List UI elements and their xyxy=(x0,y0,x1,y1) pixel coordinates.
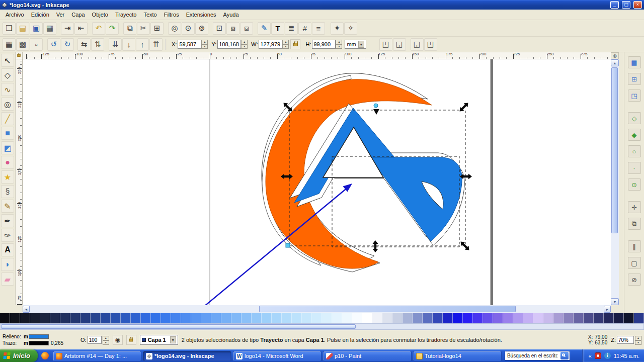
snap-grid-icon[interactable]: ⧉ xyxy=(628,218,641,230)
box3d-tool-icon[interactable]: ◩ xyxy=(1,141,14,154)
select-all-icon[interactable]: ▦ xyxy=(3,38,16,51)
palette-swatch[interactable] xyxy=(171,313,181,323)
palette-swatch[interactable] xyxy=(372,313,382,323)
redo-icon[interactable]: ↷ xyxy=(106,22,119,35)
palette-swatch[interactable] xyxy=(564,313,574,323)
cut-icon[interactable]: ✂ xyxy=(137,22,150,35)
lower-to-bottom-icon[interactable]: ⇊ xyxy=(109,38,122,51)
save-icon[interactable]: ▣ xyxy=(30,22,43,35)
document-properties-icon[interactable]: ✦ xyxy=(331,22,344,35)
palette-swatch[interactable] xyxy=(382,313,392,323)
opacity-spinner[interactable]: ▲▼ xyxy=(103,336,109,344)
zoom-page-icon[interactable]: ⊚ xyxy=(195,22,208,35)
palette-swatch[interactable] xyxy=(30,313,40,323)
palette-swatch[interactable] xyxy=(312,313,322,323)
palette-swatch[interactable] xyxy=(543,313,553,323)
lower-icon[interactable]: ↓ xyxy=(122,38,135,51)
layer-visibility-eye-icon[interactable]: ◉ xyxy=(113,335,123,345)
snap-nodes-icon[interactable]: ◇ xyxy=(628,112,641,124)
horizontal-ruler[interactable]: -125-100-75-50-2502550751001251501752002… xyxy=(23,52,611,59)
paint-bucket-tool-icon[interactable]: ◗ xyxy=(1,258,14,271)
layer-lock-button[interactable] xyxy=(126,335,136,345)
snap-guides-icon[interactable]: ∥ xyxy=(628,240,641,252)
x-input[interactable] xyxy=(178,40,201,49)
tray-antivirus-icon[interactable] xyxy=(595,352,601,359)
palette-swatch[interactable] xyxy=(473,313,483,323)
select-all-layers-icon[interactable]: ▩ xyxy=(16,38,29,51)
fill-stroke-indicator[interactable]: Relleno: m Trazo: m 0,265 xyxy=(3,333,77,346)
zoom-input[interactable] xyxy=(617,336,634,344)
palette-swatch[interactable] xyxy=(221,313,231,323)
palette-swatch[interactable] xyxy=(231,313,242,323)
rotate-cw-icon[interactable]: ↻ xyxy=(61,38,74,51)
palette-swatch[interactable] xyxy=(594,313,604,323)
spiral-tool-icon[interactable]: § xyxy=(1,185,14,198)
vertical-ruler[interactable]: 25022520017515012510075 xyxy=(16,59,23,305)
palette-swatch[interactable] xyxy=(272,313,282,323)
ruler-corner[interactable] xyxy=(16,52,23,59)
task-firefox[interactable]: Artstorm #14 — Day 1: ... xyxy=(53,351,141,361)
palette-swatch[interactable] xyxy=(252,313,262,323)
palette-swatch[interactable] xyxy=(10,313,20,323)
palette-swatch[interactable] xyxy=(352,313,362,323)
palette-swatch[interactable] xyxy=(141,313,151,323)
snap-bbox-edges-icon[interactable]: ⊞ xyxy=(628,73,641,85)
stroke-swatch[interactable] xyxy=(29,341,49,345)
zoom-corner-button[interactable]: ◎ xyxy=(611,52,619,59)
layers-dialog-icon[interactable]: ≣ xyxy=(285,22,298,35)
task-word[interactable]: W logo14 - Microsoft Word xyxy=(233,351,321,361)
node-tool-icon[interactable]: ◇ xyxy=(1,68,14,81)
export-icon[interactable]: ⇤ xyxy=(74,22,88,35)
palette-swatch[interactable] xyxy=(211,313,221,323)
palette-swatch[interactable] xyxy=(40,313,50,323)
unlink-clone-icon[interactable]: ⧈ xyxy=(240,22,253,35)
print-icon[interactable]: ▦ xyxy=(43,22,56,35)
palette-swatch[interactable] xyxy=(101,313,111,323)
palette-swatch[interactable] xyxy=(493,313,503,323)
affect-gradients-icon[interactable]: ◲ xyxy=(411,38,424,51)
palette-swatch[interactable] xyxy=(151,313,161,323)
palette-swatch[interactable] xyxy=(0,313,10,323)
search-input[interactable] xyxy=(507,353,557,358)
drawing[interactable] xyxy=(23,59,611,305)
selector-tool-icon[interactable]: ↖ xyxy=(1,54,14,67)
dropper-tool-icon[interactable]: ▰ xyxy=(1,273,14,286)
duplicate-icon[interactable]: ⊡ xyxy=(213,22,226,35)
snap-object-centers-icon[interactable]: ⊙ xyxy=(628,178,641,191)
menu-texto[interactable]: Texto xyxy=(140,10,160,19)
clone-icon[interactable]: ⧇ xyxy=(226,22,239,35)
palette-swatch[interactable] xyxy=(262,313,272,323)
palette-swatch[interactable] xyxy=(443,313,453,323)
palette-swatch[interactable] xyxy=(161,313,171,323)
affect-stroke-icon[interactable]: ◰ xyxy=(379,38,392,51)
desktop-search-box[interactable] xyxy=(505,351,570,360)
palette-swatch[interactable] xyxy=(403,313,413,323)
palette-swatch[interactable] xyxy=(70,313,80,323)
flip-horizontal-icon[interactable]: ⇆ xyxy=(77,38,91,51)
search-button[interactable] xyxy=(560,352,569,359)
raise-icon[interactable]: ↑ xyxy=(136,38,149,51)
zoom-drawing-icon[interactable]: ⊙ xyxy=(182,22,195,35)
menu-extensiones[interactable]: Extensiones xyxy=(183,10,220,19)
w-spinner[interactable]: ▲▼ xyxy=(282,40,289,49)
fill-swatch[interactable] xyxy=(29,334,49,339)
palette-swatch[interactable] xyxy=(604,313,614,323)
palette-swatch[interactable] xyxy=(292,313,302,323)
palette-swatch[interactable] xyxy=(181,313,191,323)
palette-swatch[interactable] xyxy=(634,313,644,323)
palette-swatch[interactable] xyxy=(121,313,131,323)
align-dialog-icon[interactable]: ≡ xyxy=(312,22,325,35)
import-icon[interactable]: ⇥ xyxy=(61,22,74,35)
tweak-tool-icon[interactable]: ∿ xyxy=(1,83,14,96)
pen-tool-icon[interactable]: ✒ xyxy=(1,214,14,227)
menu-capa[interactable]: Capa xyxy=(68,10,88,19)
scroll-down-icon[interactable]: ▼ xyxy=(611,298,619,305)
snap-page-border-icon[interactable]: ▢ xyxy=(628,257,641,269)
y-spinner[interactable]: ▲▼ xyxy=(241,40,248,49)
calligraphy-tool-icon[interactable]: ✑ xyxy=(1,229,14,242)
task-inkscape[interactable]: *logo14.svg - Inkscape xyxy=(143,351,231,361)
star-tool-icon[interactable]: ★ xyxy=(1,170,14,184)
affect-patterns-icon[interactable]: ◳ xyxy=(424,38,437,51)
vertical-scroll-thumb[interactable] xyxy=(611,67,618,233)
undo-icon[interactable]: ↶ xyxy=(92,22,105,35)
